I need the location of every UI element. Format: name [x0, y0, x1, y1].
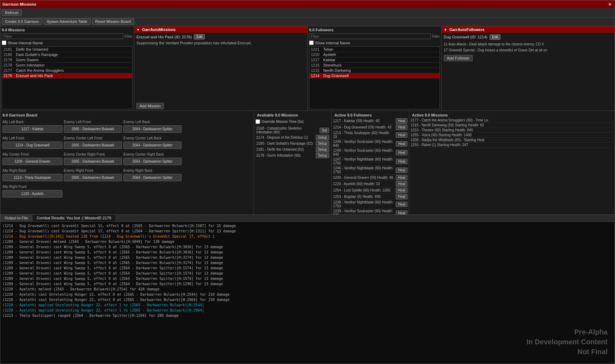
- edit-mission-button[interactable]: Edit: [194, 34, 205, 39]
- heal-button[interactable]: Heal: [396, 175, 407, 180]
- spawn-adventure-button[interactable]: Spawn Adventure Table: [44, 18, 91, 25]
- garrison-board-title: 9.0 Garrison Board: [2, 113, 252, 117]
- active-follower-item: 1253 - Bogdan (6) Health: 400Heal: [333, 194, 407, 200]
- heal-button[interactable]: Heal: [396, 125, 407, 130]
- enemy-right-front-unit[interactable]: 2565 - Darkwarren Bulwark: [64, 174, 122, 181]
- active-follower-item: 1217 - Kaletar (59) Health: 40Heal: [333, 118, 407, 124]
- output-section: Output to File Combat Results: You lost …: [0, 215, 615, 364]
- active-missions-title: Active 9.0 Missions: [411, 112, 613, 118]
- ally-left-back-label: Ally Left Back: [2, 120, 62, 124]
- create-garrison-button[interactable]: Create 9.0 Garrison: [2, 18, 42, 25]
- active-mission-item: 1250 - Rahel (1) Starting Health: 247: [411, 143, 613, 148]
- follower-item[interactable]: 1215Nerith Darkwing: [309, 68, 439, 73]
- active-follower-item: 1238 - Venthyr Nightblade (60) Health: 1…: [333, 200, 407, 209]
- missions-panel: 9.0 Missions Filter Show Internal Name 2…: [0, 26, 134, 111]
- mission-item[interactable]: 2180Dark Goliath's Rampage: [2, 52, 132, 57]
- mission-item[interactable]: 2178Gorm Infestation: [2, 63, 132, 68]
- missions-filter-input[interactable]: [2, 33, 123, 39]
- gauto-followers-panel: ▼ GarrAutoFollowers Dug Gravewell (ID: 1…: [442, 26, 615, 111]
- heal-button[interactable]: Heal: [396, 159, 407, 164]
- log-line: (1209 - General Draven) cast Wing Sweep …: [2, 255, 613, 260]
- add-follower-button[interactable]: Add Follower: [444, 55, 473, 61]
- avail-mission-text: 2178 - Gorm Infestation (60): [256, 153, 314, 157]
- tab-output[interactable]: Output to File: [0, 215, 32, 221]
- heal-button[interactable]: Heal: [396, 202, 407, 207]
- log-line: (1209 - General Draven) cast Wing Sweep …: [2, 265, 613, 271]
- ally-left-front-label: Ally Left Front: [2, 136, 62, 140]
- active-follower-item: 1247 - Venthyr Nightblade (60) Health: 1…: [333, 157, 407, 166]
- active-follower-item: 1213 - Thela Soulsipper (60) Health: 19H…: [333, 131, 407, 139]
- heal-button[interactable]: Heal: [396, 132, 407, 138]
- show-internal-checkbox[interactable]: [2, 40, 6, 45]
- follower-item[interactable]: 1220Ayeleth: [309, 52, 439, 57]
- setup-mission-button[interactable]: Setup: [316, 153, 329, 158]
- setup-mission-button[interactable]: Setup: [316, 135, 329, 140]
- active-followers-title: Active 9.0 Followers: [333, 112, 407, 118]
- active-follower-item: 1239 - Venthyr Soulcaster (60) Health: 8…: [333, 209, 407, 214]
- active-follower-text: 1238 - Venthyr Nightblade (60) Health: 1…: [333, 200, 394, 208]
- setup-mission-button[interactable]: Setup: [316, 147, 329, 152]
- log-line: (1209 - General Draven) cast Wing Sweep …: [2, 276, 613, 281]
- add-mission-button[interactable]: Add Mission: [136, 103, 164, 109]
- enemy-left-front-slot: Enemy Left Front 2565 - Darkwarren Bulwa…: [64, 120, 122, 133]
- log-line: (1214 - Dug Gravewell) cast Gravedit Spe…: [2, 228, 613, 234]
- enemy-center-left-unit[interactable]: 2565 - Darkwarren Bulwark: [64, 142, 122, 149]
- active-follower-text: 1214 - Dug Gravewell (59) Health: 43: [333, 125, 394, 129]
- heal-button[interactable]: Heal: [396, 181, 407, 187]
- follower-item[interactable]: 1217Kaletar: [309, 57, 439, 63]
- close-button[interactable]: ✕: [607, 2, 613, 7]
- followers-filter-input[interactable]: [309, 33, 431, 39]
- mission-item[interactable]: 2177Catch the Anima Smugglers: [2, 68, 132, 73]
- available-mission-item: 2174 - Dispose of the Detritus (1)Setup: [256, 134, 330, 140]
- override-checkbox[interactable]: [256, 119, 260, 124]
- setup-mission-button[interactable]: Setup: [316, 141, 329, 146]
- mission-item[interactable]: 2179Gorm Swarm: [2, 57, 132, 63]
- follower-item[interactable]: 1221Telian: [309, 47, 439, 52]
- follower-item[interactable]: 1214Dug Gravewell: [309, 73, 439, 79]
- gauto-missions-icon: ▼: [136, 28, 140, 32]
- ally-right-front-label: Ally Right Front: [2, 185, 62, 189]
- ally-left-back-unit[interactable]: 1217 - Kaletar: [2, 125, 62, 133]
- enemy-right-slots: Enemy Left Back 2564 - Darkwarren Spitte…: [123, 120, 182, 212]
- mission-item[interactable]: 2181Delfir the Untamed: [2, 47, 132, 52]
- avail-mission-text: 2174 - Dispose of the Detritus (1): [256, 136, 314, 139]
- heal-button[interactable]: Heal: [396, 194, 407, 199]
- ally-right-front-unit[interactable]: 1220 - Ayeleth: [2, 190, 62, 197]
- enemy-center-right-unit[interactable]: 2565 - Darkwarren Bulwark: [64, 158, 122, 165]
- enemy-center-left-back-unit[interactable]: 2564 - Darkwarren Spitter: [123, 142, 182, 149]
- toolbar-row1: Refresh: [0, 8, 615, 18]
- mission-item[interactable]: 2176Erezuel and His Pack: [2, 73, 132, 79]
- ally-right-back-unit[interactable]: 1213 - Thela Soulsipper: [2, 174, 62, 181]
- enemy-right-back-unit[interactable]: 2564 - Darkwarren Spitter: [123, 174, 182, 181]
- enemy-center-right-back-unit[interactable]: 2564 - Darkwarren Spitter: [123, 158, 182, 165]
- refresh-button[interactable]: Refresh: [2, 10, 22, 16]
- heal-button[interactable]: Heal: [396, 211, 407, 215]
- follower-item[interactable]: 1216Stonehuck: [309, 63, 439, 68]
- show-internal-label: Show Internal Name: [8, 41, 43, 45]
- enemy-left-back-unit[interactable]: 2564 - Darkwarren Spitter: [123, 125, 182, 133]
- reset-mission-button[interactable]: Reset Mission Board: [92, 18, 134, 25]
- current-follower-row: Dug Gravewell (ID: 1214) Edit: [444, 34, 613, 40]
- enemy-left-front-unit[interactable]: 2565 - Darkwarren Bulwark: [64, 125, 122, 133]
- heal-button[interactable]: Heal: [396, 118, 407, 124]
- ally-left-front-unit[interactable]: 1214 - Dug Gravewell: [2, 142, 62, 149]
- heal-button[interactable]: Heal: [396, 168, 407, 173]
- log-line: (1220 - Ayeleth) cast Unrelenting Hunger…: [2, 297, 613, 302]
- edit-follower-button[interactable]: Edit: [490, 34, 500, 40]
- enemy-left-back-slot: Enemy Left Back 2564 - Darkwarren Spitte…: [123, 120, 182, 133]
- watermark-line2: In Development Content: [527, 337, 608, 347]
- heal-button[interactable]: Heal: [396, 141, 407, 146]
- gauto-followers-header: ▼ GarrAutoFollowers: [442, 26, 615, 33]
- heal-button[interactable]: Heal: [396, 150, 407, 155]
- log-line: (1209 - General Draven) cast Wing Sweep …: [2, 250, 613, 255]
- gauto-missions-header: ▼ GarrAutoMissions: [134, 26, 307, 33]
- set-mission-button[interactable]: Set: [320, 128, 329, 133]
- tab-combat[interactable]: Combat Results: You lost :( MissionID 21…: [32, 215, 116, 221]
- missions-filter-label: Filter: [125, 34, 133, 38]
- add-mission-row: Add Mission: [136, 103, 305, 109]
- followers-show-internal-checkbox[interactable]: [309, 40, 314, 45]
- ally-center-front-unit[interactable]: 1209 - General Draven: [2, 158, 62, 165]
- heal-button[interactable]: Heal: [396, 188, 407, 193]
- enemy-center-right-back-slot: Enemy Center Right Back 2564 - Darkwarre…: [123, 152, 182, 165]
- active-mission-item: 2177 - Catch the Anima Smugglers (60) - …: [411, 118, 613, 123]
